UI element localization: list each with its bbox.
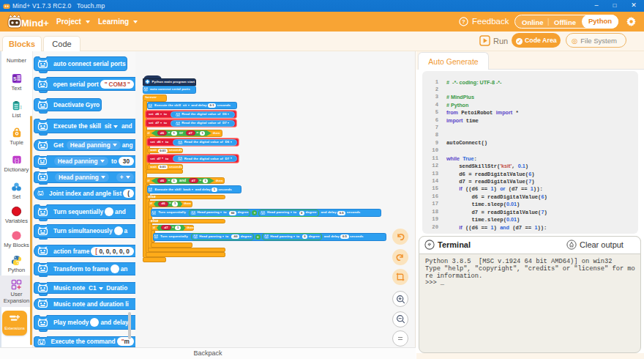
svg-text:{:}: {:} — [14, 158, 19, 163]
svg-text:Mind+: Mind+ — [21, 18, 49, 29]
svg-text:?: ? — [462, 18, 465, 25]
svg-text:]: ] — [20, 104, 21, 109]
svg-text:S: S — [13, 76, 17, 81]
